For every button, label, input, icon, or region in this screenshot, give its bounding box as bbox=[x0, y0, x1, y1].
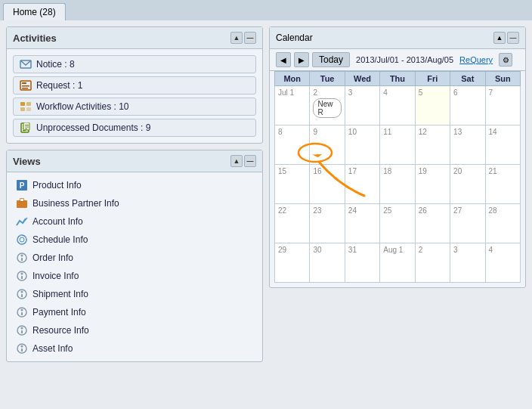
svg-rect-15 bbox=[25, 127, 29, 128]
unprocessed-label: Unprocessed Documents : 9 bbox=[36, 122, 150, 133]
sidebar-item-shipment[interactable]: Shipment Info bbox=[13, 286, 256, 302]
table-row[interactable]: 19 bbox=[415, 165, 450, 204]
table-row[interactable]: 4 bbox=[485, 243, 520, 283]
table-row[interactable]: 30 bbox=[310, 243, 345, 283]
svg-point-29 bbox=[21, 273, 23, 275]
calendar-next-btn[interactable]: ▶ bbox=[294, 52, 309, 67]
calendar-panel: Calendar ▲ — ◀ ▶ Today 2013/Jul/01 - 201… bbox=[269, 26, 526, 288]
table-row[interactable]: Jul 1 bbox=[275, 86, 310, 125]
account-icon bbox=[16, 215, 28, 228]
activities-title: Activities bbox=[13, 33, 57, 44]
table-row[interactable]: 17 bbox=[345, 165, 379, 204]
calendar-table: Mon Tue Wed Thu Fri Sat Sun Jul 1 bbox=[274, 71, 521, 283]
requery-link[interactable]: ReQuery bbox=[459, 55, 493, 64]
table-row[interactable]: 11 bbox=[380, 125, 415, 165]
workflow-button[interactable]: Workflow Activities : 10 bbox=[13, 98, 256, 116]
request-button[interactable]: Request : 1 bbox=[13, 76, 256, 95]
activities-collapse-btn[interactable]: ▲ bbox=[230, 32, 243, 44]
table-row[interactable]: 4 bbox=[380, 86, 415, 125]
table-row[interactable]: 20 bbox=[450, 165, 485, 204]
table-row[interactable]: 7 bbox=[485, 86, 520, 125]
table-row[interactable]: 29 bbox=[275, 243, 310, 283]
table-row[interactable]: Aug 1 bbox=[380, 243, 415, 283]
table-row[interactable]: 2 New R bbox=[310, 86, 345, 125]
calendar-settings-btn[interactable]: ⚙ bbox=[499, 53, 512, 67]
table-row[interactable]: 3 bbox=[450, 243, 485, 283]
resource-label: Resource Info bbox=[32, 325, 89, 336]
table-row[interactable]: 23 bbox=[310, 204, 345, 243]
views-title: Views bbox=[13, 156, 41, 167]
activities-minimize-btn[interactable]: — bbox=[244, 32, 256, 44]
calendar-minimize-btn[interactable]: — bbox=[507, 32, 519, 44]
sidebar-item-schedule[interactable]: Schedule Info bbox=[13, 231, 256, 248]
date-range: 2013/Jul/01 - 2013/Aug/05 bbox=[356, 55, 453, 64]
table-row[interactable]: 28 bbox=[485, 204, 520, 243]
svg-rect-21 bbox=[20, 199, 23, 201]
day-header-thu: Thu bbox=[380, 72, 415, 86]
day-header-mon: Mon bbox=[275, 72, 310, 86]
views-header: Views ▲ — bbox=[7, 150, 262, 172]
table-row[interactable]: 24 bbox=[345, 204, 379, 243]
svg-rect-42 bbox=[21, 349, 23, 352]
docs-icon bbox=[20, 122, 32, 133]
invoice-label: Invoice Info bbox=[32, 271, 79, 281]
table-row[interactable]: 3 bbox=[345, 86, 379, 125]
views-collapse-btn[interactable]: ▲ bbox=[230, 155, 243, 167]
asset-icon bbox=[16, 342, 28, 355]
schedule-label: Schedule Info bbox=[32, 234, 88, 245]
payment-icon bbox=[16, 306, 28, 318]
product-label: Product Info bbox=[32, 180, 82, 191]
table-row[interactable]: 9 bbox=[310, 125, 345, 165]
table-row[interactable]: 25 bbox=[380, 204, 415, 243]
table-row[interactable]: 18 bbox=[380, 165, 415, 204]
views-minimize-btn[interactable]: — bbox=[244, 155, 256, 167]
svg-rect-16 bbox=[25, 129, 27, 129]
table-row[interactable]: 16 bbox=[310, 165, 345, 204]
sidebar-item-business[interactable]: Business Partner Info bbox=[13, 195, 256, 212]
unprocessed-button[interactable]: Unprocessed Documents : 9 bbox=[13, 119, 256, 137]
payment-label: Payment Info bbox=[32, 307, 86, 318]
table-row[interactable]: 14 bbox=[485, 125, 520, 165]
left-panel: Activities ▲ — Notice : 8 bbox=[6, 26, 263, 407]
svg-rect-7 bbox=[20, 107, 25, 111]
table-row[interactable]: 26 bbox=[415, 204, 450, 243]
activities-panel: Activities ▲ — Notice : 8 bbox=[6, 26, 263, 144]
resource-icon bbox=[16, 324, 28, 336]
notice-button[interactable]: Notice : 8 bbox=[13, 55, 256, 73]
svg-rect-27 bbox=[21, 258, 23, 261]
table-row[interactable]: 8 bbox=[275, 125, 310, 165]
sidebar-item-asset[interactable]: Asset Info bbox=[13, 340, 256, 357]
sidebar-item-product[interactable]: P Product Info bbox=[13, 177, 256, 194]
sidebar-item-account[interactable]: Account Info bbox=[13, 213, 256, 230]
views-body: P Product Info Business Partner Info bbox=[7, 172, 262, 361]
svg-rect-36 bbox=[21, 312, 23, 315]
table-row[interactable]: 27 bbox=[450, 204, 485, 243]
table-row[interactable]: 10 bbox=[345, 125, 379, 165]
table-row[interactable]: 6 bbox=[450, 86, 485, 125]
calendar-collapse-btn[interactable]: ▲ bbox=[493, 32, 506, 44]
sidebar-item-payment[interactable]: Payment Info bbox=[13, 304, 256, 321]
today-button[interactable]: Today bbox=[312, 52, 350, 67]
table-row[interactable]: 15 bbox=[275, 165, 310, 204]
svg-point-32 bbox=[21, 291, 23, 293]
table-row[interactable]: 21 bbox=[485, 165, 520, 204]
sidebar-item-order[interactable]: Order Info bbox=[13, 249, 256, 266]
product-icon: P bbox=[16, 179, 28, 191]
svg-rect-39 bbox=[21, 330, 23, 333]
home-tab[interactable]: Home (28) bbox=[3, 3, 66, 20]
business-icon bbox=[16, 197, 28, 209]
table-row[interactable]: 12 bbox=[415, 125, 450, 165]
table-row[interactable]: 5 bbox=[415, 86, 450, 125]
table-row[interactable]: 22 bbox=[275, 204, 310, 243]
table-row[interactable]: 31 bbox=[345, 243, 379, 283]
table-row[interactable]: 2 bbox=[415, 243, 450, 283]
sidebar-item-invoice[interactable]: Invoice Info bbox=[13, 268, 256, 284]
sidebar-item-resource[interactable]: Resource Info bbox=[13, 322, 256, 339]
schedule-icon bbox=[16, 234, 28, 246]
views-controls: ▲ — bbox=[230, 155, 256, 167]
calendar-prev-btn[interactable]: ◀ bbox=[276, 52, 291, 67]
table-row[interactable]: 13 bbox=[450, 125, 485, 165]
new-r-event[interactable]: New R bbox=[313, 98, 341, 118]
shipment-label: Shipment Info bbox=[32, 289, 88, 299]
account-label: Account Info bbox=[32, 216, 83, 227]
